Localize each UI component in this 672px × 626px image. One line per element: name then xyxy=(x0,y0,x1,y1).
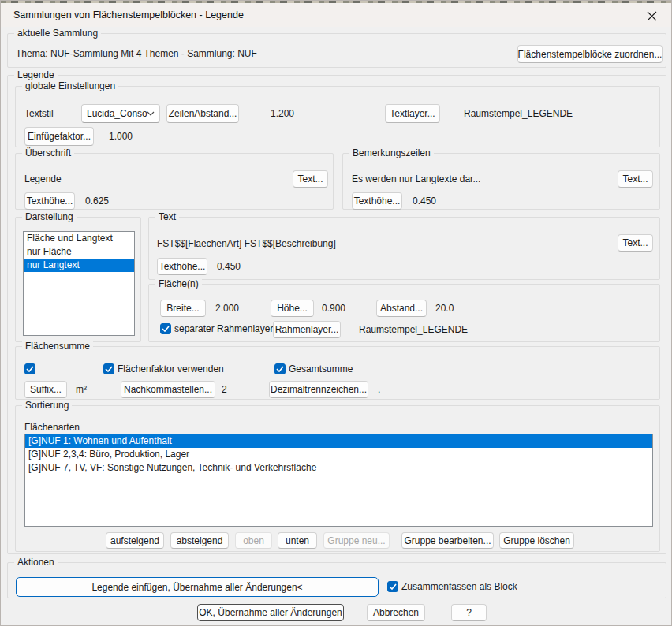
list-item-selected[interactable]: nur Langtext xyxy=(24,259,134,272)
text-text-button[interactable]: Text... xyxy=(618,234,653,252)
legende-einfuegen-button[interactable]: Legende einfügen, Übernahme aller Änderu… xyxy=(16,577,379,597)
close-button[interactable] xyxy=(638,6,665,26)
ueberschrift-text-value: Legende xyxy=(24,173,62,185)
textstil-label: Textstil xyxy=(24,107,54,120)
suffix-button[interactable]: Suffix... xyxy=(24,381,67,398)
text-format-value: FST$$[FlaechenArt] FST$$[Beschreibung] xyxy=(157,237,336,250)
gruppe-loeschen-button[interactable]: Gruppe löschen xyxy=(499,532,574,549)
gesamtsumme-label: Gesamtsumme xyxy=(289,363,353,375)
ueberschrift-texthoehe-button[interactable]: Texthöhe... xyxy=(24,192,75,210)
group-globale-einstellungen: globale Einstellungen Textstil Lucida_Co… xyxy=(15,86,660,147)
group-text-label: Text xyxy=(155,211,179,223)
group-globale-einstellungen-label: globale Einstellungen xyxy=(22,80,118,92)
abstand-button[interactable]: Abstand... xyxy=(376,300,427,317)
hoehe-button[interactable]: Höhe... xyxy=(271,300,314,317)
text-texthoehe-button[interactable]: Texthöhe... xyxy=(157,258,207,275)
list-item[interactable]: [G]NUF 7, TV, VF: Sonstige Nutzungen, Te… xyxy=(25,461,652,475)
group-flaechensumme-label: Flächensumme xyxy=(22,341,93,352)
close-icon xyxy=(647,11,657,21)
dezimaltrennzeichen-button[interactable]: Dezimaltrennzeichen... xyxy=(269,381,368,398)
flaechenstempelbloecke-zuordnen-button[interactable]: Flächenstempelblöcke zuordnen... xyxy=(517,45,663,63)
group-ueberschrift: Überschrift Legende Text... Texthöhe... … xyxy=(15,153,334,210)
absteigend-button[interactable]: absteigend xyxy=(170,532,229,549)
group-aktionen-label: Aktionen xyxy=(14,557,58,568)
rahmenlayer-button[interactable]: Rahmenlayer... xyxy=(273,321,341,338)
ueberschrift-texthoehe-value: 0.625 xyxy=(85,192,109,211)
list-item-selected[interactable]: [G]NUF 1: Wohnen und Aufenthalt xyxy=(25,434,652,448)
separater-rahmenlayer-label: separater Rahmenlayer xyxy=(174,322,273,335)
textlayer-value: Raumstempel_LEGENDE xyxy=(464,104,573,123)
check-icon xyxy=(389,583,397,590)
thema-text: Thema: NUF-Sammlung Mit 4 Themen - Samml… xyxy=(16,47,257,60)
textlayer-button[interactable]: Textlayer... xyxy=(385,104,440,123)
bemerkungszeilen-text-value: Es werden nur Langtexte dar... xyxy=(352,173,480,185)
bemerkungszeilen-text-button[interactable]: Text... xyxy=(618,170,653,188)
gruppe-neu-button: Gruppe neu... xyxy=(323,532,390,549)
unten-button[interactable]: unten xyxy=(278,532,317,549)
einfuegefaktor-value: 1.000 xyxy=(109,127,133,146)
nachkommastellen-value: 2 xyxy=(222,380,227,399)
abstand-value: 20.0 xyxy=(435,299,454,318)
gruppe-bearbeiten-button[interactable]: Gruppe bearbeiten... xyxy=(401,532,494,549)
zusammenfassen-als-block-label: Zusammenfassen als Block xyxy=(401,580,517,593)
window-title: Sammlungen von Flächenstempelblöcken - L… xyxy=(13,3,244,27)
hilfe-button[interactable]: ? xyxy=(451,604,487,621)
textstil-combobox-value: Lucida_Console xyxy=(87,108,147,119)
flaechenfaktor-checkbox[interactable] xyxy=(103,363,114,374)
bemerkungszeilen-texthoehe-value: 0.450 xyxy=(413,192,436,211)
rahmenlayer-value: Raumstempel_LEGENDE xyxy=(359,320,468,339)
separater-rahmenlayer-checkbox[interactable] xyxy=(160,323,171,334)
oben-button: oben xyxy=(235,532,272,549)
list-item[interactable]: Fläche und Langtext xyxy=(24,232,134,245)
group-sortierung-label: Sortierung xyxy=(22,400,72,412)
list-item[interactable]: [G]NUF 2,3,4: Büro, Produktion, Lager xyxy=(25,448,652,461)
darstellung-listbox[interactable]: Fläche und Langtext nur Fläche nur Langt… xyxy=(23,231,135,336)
abbrechen-button[interactable]: Abbrechen xyxy=(367,604,425,621)
flaechenarten-listbox[interactable]: [G]NUF 1: Wohnen und Aufenthalt [G]NUF 2… xyxy=(24,434,653,527)
title-bar: Sammlungen von Flächenstempelblöcken - L… xyxy=(1,3,671,27)
zeilenabstand-value: 1.200 xyxy=(271,104,294,123)
ueberschrift-text-button[interactable]: Text... xyxy=(293,170,328,188)
list-item[interactable]: nur Fläche xyxy=(24,245,134,259)
group-legende: Legende globale Einstellungen Textstil L… xyxy=(7,75,666,554)
einfuegefaktor-button[interactable]: Einfügefaktor... xyxy=(24,127,94,146)
chevron-down-icon xyxy=(147,111,155,116)
check-icon xyxy=(276,366,284,372)
group-sortierung: Sortierung Flächenarten [G]NUF 1: Wohnen… xyxy=(15,405,660,552)
ok-button[interactable]: OK, Übernahme aller Änderungen xyxy=(197,604,344,621)
check-icon xyxy=(162,326,170,332)
aufsteigend-button[interactable]: aufsteigend xyxy=(106,532,164,549)
bemerkungszeilen-texthoehe-button[interactable]: Texthöhe... xyxy=(352,192,402,210)
group-aktionen: Aktionen Legende einfügen, Übernahme all… xyxy=(7,562,666,598)
group-bemerkungszeilen: Bemerkungszeilen Es werden nur Langtexte… xyxy=(342,153,660,210)
flaechensumme-checkbox[interactable] xyxy=(24,363,35,374)
zusammenfassen-als-block-checkbox[interactable] xyxy=(387,581,398,592)
breite-value: 2.000 xyxy=(215,299,239,318)
zeilenabstand-button[interactable]: ZeilenAbstand... xyxy=(166,104,239,123)
hoehe-value: 0.900 xyxy=(322,299,345,318)
check-icon xyxy=(105,366,113,372)
group-text: Text FST$$[FlaechenArt] FST$$[Beschreibu… xyxy=(148,217,660,280)
group-darstellung-label: Darstellung xyxy=(22,211,77,223)
group-ueberschrift-label: Überschrift xyxy=(22,147,74,159)
flaechenfaktor-label: Flächenfaktor verwenden xyxy=(118,363,224,375)
group-bemerkungszeilen-label: Bemerkungszeilen xyxy=(349,147,434,159)
dezimaltrennzeichen-value: . xyxy=(378,380,380,399)
group-darstellung: Darstellung Fläche und Langtext nur Fläc… xyxy=(15,217,141,342)
nachkommastellen-button[interactable]: Nachkommastellen... xyxy=(121,381,215,398)
flaechenarten-label: Flächenarten xyxy=(24,421,80,434)
text-texthoehe-value: 0.450 xyxy=(217,257,241,276)
dialog-window: Sammlungen von Flächenstempelblöcken - L… xyxy=(0,0,672,626)
textstil-combobox[interactable]: Lucida_Console xyxy=(81,104,160,123)
group-flaechen-label: Fläche(n) xyxy=(155,278,202,290)
breite-button[interactable]: Breite... xyxy=(160,300,206,317)
suffix-value: m² xyxy=(76,380,87,399)
gesamtsumme-checkbox[interactable] xyxy=(274,363,286,374)
group-aktuelle-sammlung-label: aktuelle Sammlung xyxy=(14,28,101,39)
group-flaechensumme: Flächensumme Flächenfaktor verwenden Ges… xyxy=(15,346,660,400)
group-flaechen: Fläche(n) Breite... 2.000 Höhe... 0.900 … xyxy=(148,284,660,342)
check-icon xyxy=(26,366,34,372)
group-aktuelle-sammlung: aktuelle Sammlung Thema: NUF-Sammlung Mi… xyxy=(7,33,666,68)
group-legende-label: Legende xyxy=(14,69,58,81)
